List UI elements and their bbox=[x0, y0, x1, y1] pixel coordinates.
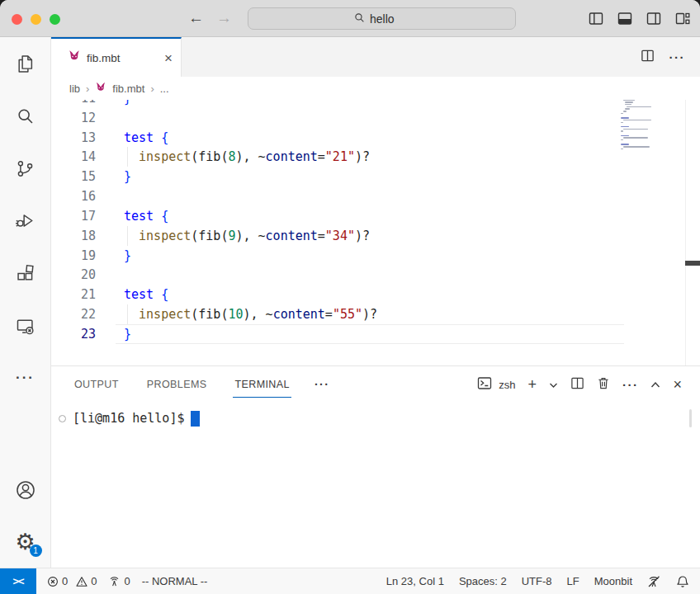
tab-problems[interactable]: PROBLEMS bbox=[147, 366, 207, 403]
tab-close-icon[interactable]: × bbox=[164, 51, 173, 65]
source-control-icon[interactable] bbox=[0, 149, 50, 187]
line-number: 21 bbox=[51, 285, 96, 304]
terminal-more-actions-icon[interactable]: ··· bbox=[622, 378, 639, 392]
terminal-shell-icon bbox=[477, 376, 492, 394]
line-number: 13 bbox=[51, 128, 96, 148]
error-icon bbox=[47, 576, 59, 587]
kill-terminal-trash-icon[interactable] bbox=[597, 376, 610, 394]
customize-layout-icon[interactable] bbox=[675, 12, 690, 26]
command-decoration-icon[interactable] bbox=[59, 415, 66, 422]
panel-more-tabs-icon[interactable]: ··· bbox=[315, 378, 330, 391]
error-count: 0 bbox=[62, 575, 68, 587]
breadcrumb-file[interactable]: fib.mbt bbox=[112, 82, 144, 95]
code-line[interactable]: 12 bbox=[51, 108, 700, 128]
remote-explorer-icon[interactable] bbox=[0, 307, 50, 345]
scrollbar-handle[interactable] bbox=[685, 261, 700, 266]
ports-count: 0 bbox=[124, 575, 130, 587]
explorer-icon[interactable] bbox=[0, 45, 50, 82]
split-editor-icon[interactable] bbox=[641, 49, 655, 66]
problems-status[interactable]: 0 0 bbox=[41, 575, 102, 587]
code-editor[interactable]: 11}1213test {14 inspect(fib(8), ~content… bbox=[51, 100, 700, 365]
encoding[interactable]: UTF-8 bbox=[516, 575, 558, 587]
indentation[interactable]: Spaces: 2 bbox=[453, 575, 513, 587]
command-center-search[interactable] bbox=[248, 7, 516, 30]
remote-indicator[interactable]: >< bbox=[0, 568, 36, 594]
navigate-forward-button[interactable]: → bbox=[216, 8, 232, 28]
search-input[interactable] bbox=[370, 12, 409, 26]
minimap[interactable] bbox=[621, 100, 672, 151]
line-number: 19 bbox=[51, 246, 96, 266]
tab-terminal[interactable]: TERMINAL bbox=[234, 366, 289, 403]
terminal-cursor bbox=[191, 411, 200, 427]
broadcast-off-icon[interactable] bbox=[641, 575, 667, 588]
code-line[interactable]: 17test { bbox=[51, 206, 700, 226]
search-icon bbox=[354, 12, 365, 26]
code-line[interactable]: 18 inspect(fib(9), ~content="34")? bbox=[51, 226, 700, 246]
code-line[interactable]: 11} bbox=[51, 100, 700, 108]
tab-fib-mbt[interactable]: fib.mbt × bbox=[51, 37, 182, 77]
code-text: inspect(fib(8), ~content="21")? bbox=[124, 147, 370, 167]
line-number: 11 bbox=[51, 100, 96, 108]
close-panel-icon[interactable]: × bbox=[673, 376, 682, 394]
activity-bar: ··· ⚙ 1 bbox=[0, 37, 51, 568]
minimize-window-button[interactable] bbox=[31, 14, 41, 25]
language-mode[interactable]: Moonbit bbox=[589, 575, 638, 587]
more-views-icon[interactable]: ··· bbox=[0, 359, 50, 397]
panel-scrollbar[interactable] bbox=[689, 409, 692, 427]
line-number: 20 bbox=[51, 265, 96, 285]
settings-gear-icon[interactable]: ⚙ 1 bbox=[0, 523, 50, 561]
panel-header: OUTPUT PROBLEMS TERMINAL ··· zsh + bbox=[51, 366, 700, 403]
eol-sequence[interactable]: LF bbox=[561, 575, 585, 587]
code-line[interactable]: 16 bbox=[51, 186, 700, 206]
extensions-icon[interactable] bbox=[0, 254, 50, 292]
vscode-window: ← → bbox=[0, 0, 700, 594]
moonbit-file-icon bbox=[68, 50, 81, 66]
settings-badge: 1 bbox=[30, 544, 42, 557]
code-line[interactable]: 23} bbox=[51, 324, 700, 344]
close-window-button[interactable] bbox=[12, 14, 22, 25]
toggle-primary-sidebar-icon[interactable] bbox=[589, 12, 603, 26]
run-debug-icon[interactable] bbox=[0, 201, 50, 239]
tab-label: fib.mbt bbox=[87, 52, 121, 64]
terminal-prompt: [li@m16 hello]$ bbox=[73, 410, 184, 427]
code-line[interactable]: 22 inspect(fib(10), ~content="55")? bbox=[51, 304, 700, 324]
line-number: 17 bbox=[51, 206, 96, 226]
navigate-back-button[interactable]: ← bbox=[188, 8, 204, 28]
moonbit-file-icon bbox=[95, 82, 106, 96]
code-line[interactable]: 20 bbox=[51, 265, 700, 285]
code-text: } bbox=[124, 167, 131, 186]
launch-profile-chevron-icon[interactable] bbox=[549, 377, 558, 392]
account-icon[interactable] bbox=[0, 471, 50, 509]
code-text: } bbox=[124, 324, 131, 344]
maximize-panel-chevron-icon[interactable] bbox=[650, 377, 660, 392]
code-line[interactable]: 13test { bbox=[51, 128, 700, 148]
breadcrumb-folder[interactable]: lib bbox=[69, 82, 80, 95]
shell-label[interactable]: zsh bbox=[499, 379, 515, 391]
notifications-bell-icon[interactable] bbox=[670, 575, 695, 588]
indent-guide bbox=[127, 147, 128, 167]
line-number: 16 bbox=[51, 186, 96, 206]
split-terminal-icon[interactable] bbox=[570, 376, 584, 394]
tab-output[interactable]: OUTPUT bbox=[74, 366, 119, 403]
new-terminal-icon[interactable]: + bbox=[527, 377, 537, 392]
code-text: inspect(fib(9), ~content="34")? bbox=[124, 226, 370, 246]
bottom-panel: OUTPUT PROBLEMS TERMINAL ··· zsh + bbox=[51, 365, 700, 568]
toggle-panel-icon[interactable] bbox=[617, 12, 632, 26]
title-bar: ← → bbox=[0, 0, 700, 37]
code-line[interactable]: 21test { bbox=[51, 285, 700, 304]
code-text: } bbox=[124, 246, 131, 266]
status-bar: >< 0 0 0 -- NORMAL -- Ln 23, Col 1 Space… bbox=[0, 568, 700, 594]
search-sidebar-icon[interactable] bbox=[0, 97, 50, 134]
code-line[interactable]: 14 inspect(fib(8), ~content="21")? bbox=[51, 147, 700, 167]
toggle-secondary-sidebar-icon[interactable] bbox=[646, 12, 661, 26]
vim-mode-indicator[interactable]: -- NORMAL -- bbox=[136, 575, 214, 587]
breadcrumb-symbol[interactable]: ... bbox=[160, 82, 169, 95]
code-line[interactable]: 19} bbox=[51, 246, 700, 266]
editor-more-actions-icon[interactable]: ··· bbox=[669, 50, 686, 64]
code-line[interactable]: 15} bbox=[51, 167, 700, 186]
cursor-position[interactable]: Ln 23, Col 1 bbox=[381, 575, 450, 587]
zoom-window-button[interactable] bbox=[50, 14, 60, 25]
terminal-prompt-line: [li@m16 hello]$ bbox=[59, 410, 700, 427]
terminal-viewport[interactable]: [li@m16 hello]$ bbox=[51, 403, 700, 568]
ports-status[interactable]: 0 bbox=[102, 575, 135, 587]
